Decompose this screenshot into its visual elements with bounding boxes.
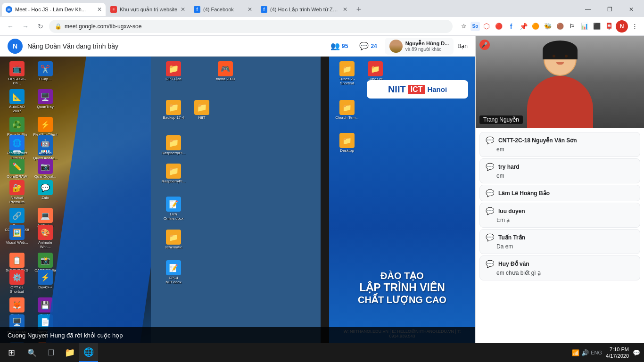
win-min-button[interactable]: — — [577, 1, 599, 18]
ext-icon-8[interactable]: 🟤 — [554, 21, 566, 32]
msg-icon-1: 💬 — [486, 136, 495, 145]
mic-muted-indicator: 🎤 — [479, 40, 490, 50]
tab-meet[interactable]: M Meet - Học JS - Làm Dev Kh... ✕ — [2, 3, 106, 16]
notification-center[interactable]: 💬 — [633, 349, 640, 356]
ext-icon-10[interactable]: 📊 — [579, 21, 590, 32]
desktop-icon-14[interactable]: 💬 Zalo — [32, 179, 58, 205]
desktop-icon-13[interactable]: 🔐 Navicat Premium — [4, 179, 30, 205]
chat-message-3: 💬 Lâm Lê Hoàng Bảo — [479, 185, 640, 201]
ext-icon-3[interactable]: 🔴 — [493, 21, 504, 32]
desktop-icon-2[interactable]: ✂️ FCap... — [32, 60, 58, 86]
desktop-icon-3[interactable]: 📐 AutoCAD 2007 — [4, 88, 30, 114]
center-icon-rasp2[interactable]: 📁 RaspberryPi... — [160, 163, 187, 184]
right-icon-church[interactable]: 📁 Church Tem... — [335, 100, 359, 120]
niit-text: NIIT — [388, 84, 406, 95]
menu-button[interactable]: ⋮ — [629, 21, 640, 32]
taskbar-chrome[interactable]: 🌐 — [79, 343, 98, 362]
msg-sender-6: Huy Đỗ văn — [498, 261, 529, 267]
bookmark-icon[interactable]: ☆ — [458, 21, 470, 32]
video-thumbnail: 🎤 Trang Nguyễn — [476, 36, 644, 128]
participants-count: 95 — [342, 43, 348, 49]
win-close-button[interactable]: ✕ — [620, 1, 642, 18]
profile-button[interactable]: N — [616, 20, 628, 33]
right-icon-tubes[interactable]: 📁 Tubes 2 - Shortcut — [334, 60, 360, 86]
slide-line1: ĐÀO TẠO — [334, 270, 471, 281]
reload-button[interactable]: ↻ — [34, 20, 47, 33]
desktop-icon-17[interactable]: 🖼️ Visual Web... — [4, 224, 30, 250]
ext-icon-7[interactable]: 🐝 — [542, 21, 553, 32]
start-button[interactable]: ⊞ — [0, 343, 23, 362]
new-tab-button[interactable]: + — [352, 3, 365, 16]
back-button[interactable]: ← — [4, 20, 17, 33]
meet-left: N Năng Đoàn Văn đang trình bày 👥 95 💬 24 — [0, 36, 475, 343]
msg-icon-3: 💬 — [486, 189, 495, 197]
center-icon-niit[interactable]: 📁 NIIT — [189, 99, 215, 121]
tab-close-fb2[interactable]: ✕ — [343, 6, 347, 13]
ext-icon-5[interactable]: 📌 — [518, 21, 529, 32]
chat-messages-area[interactable]: 💬 CNTT-2C-18 Nguyễn Văn Sơn em 💬 try har… — [476, 128, 644, 343]
center-icon-backup[interactable]: 📁 Backup 17-4 — [160, 99, 187, 121]
tab-title-fb2: (4) Học Lập trình Web từ ZERO — [270, 7, 340, 13]
systray-volume[interactable]: 🔊 — [581, 349, 589, 356]
desktop-icon-10[interactable]: 🤖 Arduino — [32, 134, 58, 156]
center-icon-1[interactable]: 📁 OPT Lịch — [160, 60, 187, 82]
center-icon-rasp1[interactable]: 📁 RaspberryPi... — [160, 134, 187, 156]
center-icon-schematic[interactable]: 📁 schematic — [161, 230, 186, 249]
tab-favicon-meet: M — [6, 6, 12, 13]
screen-share-area: 📺 OPT-LSH-Ch... ✂️ FCap... 📐 AutoCAD 200… — [0, 57, 475, 343]
ext-icon-1[interactable]: So — [471, 22, 480, 31]
niit-slide-area: 📁 Tubes 2 - Shortcut 📁 Tubes.bt 📁 Church… — [329, 57, 475, 343]
tab-khu[interactable]: ≡ Khu vực quản trị website ✕ — [107, 3, 189, 16]
win-restore-button[interactable]: ❐ — [599, 1, 620, 18]
participants-button[interactable]: 👥 95 — [327, 40, 352, 52]
tab-fb2[interactable]: f (4) Học Lập trình Web từ ZERO ✕ — [257, 3, 351, 16]
ext-icon-6[interactable]: 🟠 — [530, 21, 541, 32]
desktop-icon-18[interactable]: 🎨 Animate Whit... — [32, 224, 58, 250]
systray-network[interactable]: 📶 — [572, 349, 579, 356]
address-input[interactable]: 🔒 meet.google.com/tib-ugxw-soe — [49, 20, 453, 33]
center-icon-3[interactable]: 🎮 fooba 2000 — [213, 61, 238, 81]
msg-text-5: Da em — [486, 243, 634, 250]
msg-icon-2: 💬 — [486, 163, 495, 171]
video-name-tag: Trang Nguyễn — [479, 115, 523, 124]
meet-main: N Năng Đoàn Văn đang trình bày 👥 95 💬 24 — [0, 36, 644, 343]
forward-button[interactable]: → — [19, 20, 32, 33]
ext-icon-2[interactable]: ⬡ — [481, 21, 492, 32]
center-icon-lich[interactable]: 📝 Lich Online.docx — [161, 197, 186, 221]
chat-button[interactable]: 💬 24 — [355, 40, 380, 52]
presenter-bar: N Năng Đoàn Văn đang trình bày 👥 95 💬 24 — [0, 36, 475, 57]
tab-favicon-khu: ≡ — [110, 6, 117, 13]
browser-chrome: M Meet - Học JS - Làm Dev Kh... ✕ ≡ Khu … — [0, 0, 644, 362]
tab-close-fb1[interactable]: ✕ — [248, 6, 252, 13]
host-sub: và 89 người khác — [405, 47, 449, 52]
msg-sender-4: luu duyen — [498, 208, 525, 214]
center-icon-2[interactable] — [189, 60, 215, 82]
url-text: meet.google.com/tib-ugxw-soe — [65, 23, 141, 30]
desktop-icon-4[interactable]: 🖥️ QuanTray — [32, 88, 58, 114]
msg-text-4: Em ạ — [486, 217, 634, 223]
ext-icon-9[interactable]: 🏳 — [567, 21, 578, 32]
chat-message-2: 💬 try hard em — [479, 158, 640, 183]
host-info: Nguyễn Hùng D... và 89 người khác — [385, 38, 454, 55]
ext-icon-12[interactable]: 📮 — [603, 21, 615, 32]
ext-icon-4[interactable]: f — [505, 21, 517, 32]
tab-fb1[interactable]: f (4) Facebook ✕ — [190, 3, 256, 16]
tab-close-meet[interactable]: ✕ — [97, 6, 102, 13]
systray-battery: ENG — [591, 350, 602, 355]
taskbar-file-explorer[interactable]: 📁 — [60, 343, 79, 362]
center-icon-cp14[interactable]: 📝 CP14 NIIT.docx — [161, 260, 186, 284]
chat-icon-header: 💬 — [359, 41, 369, 50]
taskbar-search[interactable]: 🔍 — [23, 343, 41, 362]
desktop-icon-9[interactable]: 🌐 TeamViewer — [4, 134, 30, 156]
task-view-button[interactable]: ❐ — [41, 343, 60, 362]
ext-icon-11[interactable]: ⬛ — [591, 21, 603, 32]
windows-taskbar: ⊞ 🔍 ❐ 📁 🌐 📶 🔊 ENG 7:10 PM 4/17/2020 💬 — [0, 343, 644, 362]
msg-text-6: em chưa biết gì ạ — [486, 270, 634, 276]
tab-close-khu[interactable]: ✕ — [181, 6, 185, 13]
desktop-icon-1[interactable]: 📺 OPT-LSH-Ch... — [4, 60, 30, 86]
right-icon-desktop[interactable]: 📁 Desktop — [335, 133, 359, 153]
chat-message-6: 💬 Huy Đỗ văn em chưa biết gì ạ — [479, 255, 640, 280]
tab-title-khu: Khu vực quản trị website — [120, 7, 178, 13]
desktop-icon-21[interactable]: ⚙️ OPT da Shortcut — [4, 269, 30, 295]
host-text: Nguyễn Hùng D... và 89 người khác — [405, 41, 449, 52]
